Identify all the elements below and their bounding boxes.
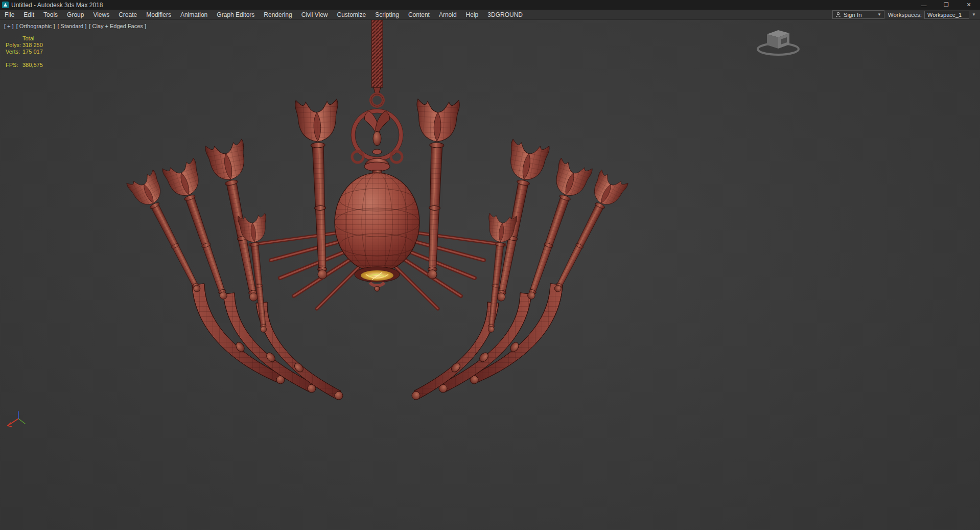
workspace-caret-icon[interactable]: ▼ — [972, 13, 976, 17]
titlebar: Untitled - Autodesk 3ds Max 2018 — ❐ ✕ — [0, 0, 980, 10]
menu-item[interactable]: Views — [88, 10, 114, 19]
menu-item[interactable]: Content — [404, 10, 434, 19]
workspaces-control: Workspaces: Workspace_1 ▼ — [888, 11, 976, 19]
viewport-canvas[interactable] — [0, 20, 980, 530]
menu-item[interactable]: Edit — [19, 10, 39, 19]
stats-rows: Polys: 318 250 Verts: 175 017 — [6, 42, 43, 55]
viewport-label-segment[interactable]: [ + ] — [4, 23, 14, 29]
fps-row: FPS: 380,575 — [6, 62, 43, 68]
viewport[interactable]: [ + ][ Orthographic ][ Standard ][ Clay … — [0, 20, 980, 530]
statistics-overlay: Total Polys: 318 250 Verts: 175 017 FPS:… — [6, 35, 43, 68]
menu-item[interactable]: Scripting — [370, 10, 404, 19]
menu-item[interactable]: Animation — [176, 10, 212, 19]
menu-item[interactable]: Civil View — [297, 10, 333, 19]
viewport-label-segment[interactable]: [ Standard ] — [57, 23, 86, 29]
workspace-select[interactable]: Workspace_1 — [924, 11, 969, 19]
sign-in-label: Sign In — [844, 12, 862, 18]
viewport-label-segment[interactable]: [ Clay + Edged Faces ] — [89, 23, 146, 29]
workspaces-label: Workspaces: — [888, 12, 922, 18]
menu-item[interactable]: Modifiers — [142, 10, 176, 19]
menu-item[interactable]: Arnold — [434, 10, 461, 19]
app-icon-3dsmax — [2, 2, 9, 8]
axis-gizmo — [8, 411, 25, 427]
stats-header-row: Total — [6, 35, 43, 42]
sign-in-control[interactable]: Sign In ▼ — [832, 10, 884, 19]
view-cube[interactable] — [758, 30, 799, 55]
menu-items: FileEditToolsGroupViewsCreateModifiersAn… — [0, 10, 527, 19]
stats-row: Verts: 175 017 — [6, 49, 43, 55]
menu-item[interactable]: Rendering — [259, 10, 296, 19]
menu-item[interactable]: Customize — [333, 10, 371, 19]
restore-button[interactable]: ❐ — [935, 0, 958, 10]
chandelier-model[interactable] — [126, 20, 628, 400]
menu-item[interactable]: Help — [461, 10, 483, 19]
3ds-max-window: Untitled - Autodesk 3ds Max 2018 — ❐ ✕ F… — [0, 0, 980, 530]
menu-item[interactable]: 3DGROUND — [483, 10, 527, 19]
stats-total-header: Total — [22, 35, 34, 42]
window-controls: — ❐ ✕ — [913, 0, 980, 10]
window-title: Untitled - Autodesk 3ds Max 2018 — [11, 2, 103, 9]
close-button[interactable]: ✕ — [958, 0, 980, 10]
menubar-right: Sign In ▼ Workspaces: Workspace_1 ▼ — [832, 10, 980, 19]
fps-label: FPS: — [6, 62, 22, 68]
chandelier-center — [335, 20, 419, 291]
workspace-value: Workspace_1 — [927, 12, 962, 18]
menubar: FileEditToolsGroupViewsCreateModifiersAn… — [0, 10, 980, 20]
stats-row: Polys: 318 250 — [6, 42, 43, 49]
menu-item[interactable]: File — [0, 10, 19, 19]
fps-value: 380,575 — [22, 62, 43, 68]
menu-item[interactable]: Group — [62, 10, 88, 19]
minimize-button[interactable]: — — [913, 0, 935, 10]
menu-item[interactable]: Graph Editors — [212, 10, 259, 19]
menu-item[interactable]: Create — [114, 10, 142, 19]
viewport-label: [ + ][ Orthographic ][ Standard ][ Clay … — [4, 23, 146, 29]
menu-item[interactable]: Tools — [39, 10, 62, 19]
viewport-label-segment[interactable]: [ Orthographic ] — [16, 23, 55, 29]
chevron-down-icon: ▼ — [877, 13, 881, 17]
user-icon — [835, 12, 841, 17]
